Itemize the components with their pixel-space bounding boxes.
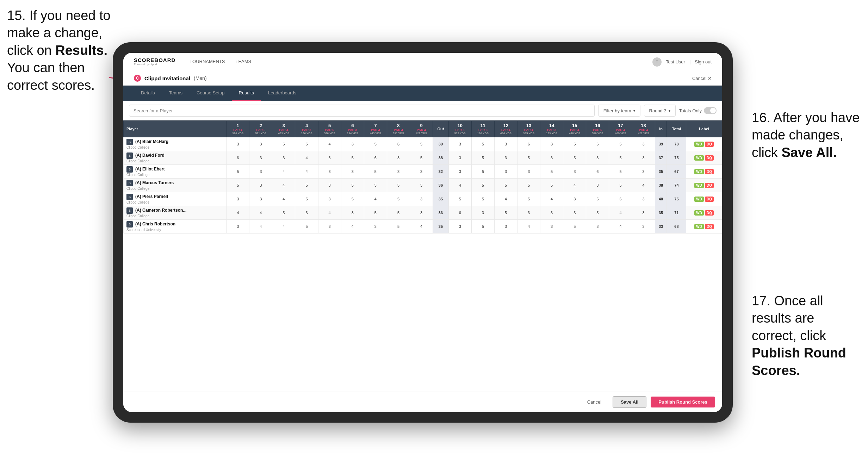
score-back-5-2[interactable]: 5 — [494, 206, 517, 220]
score-back-0-8[interactable]: 3 — [632, 137, 655, 151]
score-back-3-6[interactable]: 3 — [586, 179, 609, 192]
score-back-4-0[interactable]: 5 — [448, 192, 471, 206]
score-front-1-5[interactable]: 5 — [341, 151, 364, 165]
score-back-6-8[interactable]: 3 — [632, 220, 655, 234]
score-front-6-7[interactable]: 5 — [387, 220, 410, 234]
score-back-2-8[interactable]: 3 — [632, 165, 655, 179]
score-front-3-5[interactable]: 5 — [341, 179, 364, 192]
score-front-4-5[interactable]: 5 — [341, 192, 364, 206]
label-dq-6[interactable]: DQ — [705, 224, 714, 229]
score-front-3-8[interactable]: 3 — [410, 179, 433, 192]
score-front-4-3[interactable]: 5 — [295, 192, 318, 206]
score-front-4-6[interactable]: 4 — [364, 192, 387, 206]
score-back-2-0[interactable]: 3 — [448, 165, 471, 179]
score-front-2-4[interactable]: 3 — [318, 165, 341, 179]
tab-leaderboards[interactable]: Leaderboards — [261, 86, 303, 101]
score-front-1-6[interactable]: 6 — [364, 151, 387, 165]
score-back-4-4[interactable]: 4 — [540, 192, 563, 206]
score-back-2-4[interactable]: 5 — [540, 165, 563, 179]
score-back-6-4[interactable]: 3 — [540, 220, 563, 234]
score-front-6-5[interactable]: 4 — [341, 220, 364, 234]
score-front-0-7[interactable]: 6 — [387, 137, 410, 151]
score-front-0-6[interactable]: 5 — [364, 137, 387, 151]
score-front-6-4[interactable]: 3 — [318, 220, 341, 234]
score-back-6-3[interactable]: 4 — [517, 220, 540, 234]
score-front-4-1[interactable]: 3 — [249, 192, 272, 206]
score-front-4-0[interactable]: 3 — [227, 192, 249, 206]
score-back-3-0[interactable]: 4 — [448, 179, 471, 192]
score-front-0-2[interactable]: 5 — [272, 137, 295, 151]
score-front-1-7[interactable]: 3 — [387, 151, 410, 165]
score-front-2-1[interactable]: 3 — [249, 165, 272, 179]
score-front-2-6[interactable]: 5 — [364, 165, 387, 179]
sign-out-link[interactable]: Sign out — [695, 59, 712, 64]
score-front-3-2[interactable]: 4 — [272, 179, 295, 192]
score-back-5-5[interactable]: 3 — [563, 206, 586, 220]
tab-results[interactable]: Results — [232, 86, 261, 101]
score-front-2-3[interactable]: 4 — [295, 165, 318, 179]
score-back-3-7[interactable]: 5 — [609, 179, 632, 192]
label-dq-1[interactable]: DQ — [705, 155, 714, 161]
score-back-5-6[interactable]: 5 — [586, 206, 609, 220]
tab-course-setup[interactable]: Course Setup — [190, 86, 232, 101]
score-back-0-2[interactable]: 3 — [494, 137, 517, 151]
score-back-4-8[interactable]: 3 — [632, 192, 655, 206]
score-front-4-8[interactable]: 3 — [410, 192, 433, 206]
filter-team-button[interactable]: Filter by team — [598, 105, 640, 117]
save-all-button[interactable]: Save All — [613, 396, 646, 408]
score-back-2-7[interactable]: 5 — [609, 165, 632, 179]
nav-tournaments[interactable]: TOURNAMENTS — [190, 57, 225, 66]
score-back-6-2[interactable]: 3 — [494, 220, 517, 234]
score-front-1-2[interactable]: 3 — [272, 151, 295, 165]
score-back-4-3[interactable]: 5 — [517, 192, 540, 206]
score-back-5-8[interactable]: 3 — [632, 206, 655, 220]
score-back-4-2[interactable]: 4 — [494, 192, 517, 206]
score-back-3-8[interactable]: 4 — [632, 179, 655, 192]
score-back-2-5[interactable]: 3 — [563, 165, 586, 179]
score-back-1-3[interactable]: 5 — [517, 151, 540, 165]
score-back-4-5[interactable]: 3 — [563, 192, 586, 206]
label-dq-0[interactable]: DQ — [705, 142, 714, 147]
score-front-6-8[interactable]: 4 — [410, 220, 433, 234]
score-front-5-6[interactable]: 5 — [364, 206, 387, 220]
score-back-0-1[interactable]: 5 — [471, 137, 494, 151]
score-front-6-2[interactable]: 4 — [272, 220, 295, 234]
score-front-5-2[interactable]: 5 — [272, 206, 295, 220]
score-back-1-8[interactable]: 3 — [632, 151, 655, 165]
score-front-5-3[interactable]: 3 — [295, 206, 318, 220]
score-back-2-2[interactable]: 3 — [494, 165, 517, 179]
label-dq-4[interactable]: DQ — [705, 197, 714, 202]
score-back-0-7[interactable]: 5 — [609, 137, 632, 151]
label-wd-0[interactable]: WD — [694, 142, 704, 147]
score-back-3-1[interactable]: 5 — [471, 179, 494, 192]
tab-teams[interactable]: Teams — [162, 86, 190, 101]
score-back-0-6[interactable]: 6 — [586, 137, 609, 151]
score-back-1-5[interactable]: 5 — [563, 151, 586, 165]
score-front-1-4[interactable]: 3 — [318, 151, 341, 165]
score-back-1-6[interactable]: 3 — [586, 151, 609, 165]
score-front-4-7[interactable]: 5 — [387, 192, 410, 206]
score-back-3-5[interactable]: 4 — [563, 179, 586, 192]
score-back-1-1[interactable]: 5 — [471, 151, 494, 165]
score-back-6-0[interactable]: 3 — [448, 220, 471, 234]
score-back-6-7[interactable]: 4 — [609, 220, 632, 234]
score-front-0-4[interactable]: 4 — [318, 137, 341, 151]
score-front-0-8[interactable]: 5 — [410, 137, 433, 151]
score-front-5-4[interactable]: 4 — [318, 206, 341, 220]
score-front-1-1[interactable]: 3 — [249, 151, 272, 165]
score-back-0-3[interactable]: 6 — [517, 137, 540, 151]
score-back-3-2[interactable]: 5 — [494, 179, 517, 192]
label-wd-4[interactable]: WD — [694, 197, 704, 202]
score-front-3-4[interactable]: 3 — [318, 179, 341, 192]
score-back-1-2[interactable]: 3 — [494, 151, 517, 165]
score-back-5-0[interactable]: 6 — [448, 206, 471, 220]
score-front-2-0[interactable]: 5 — [227, 165, 249, 179]
score-front-2-5[interactable]: 3 — [341, 165, 364, 179]
score-front-0-1[interactable]: 3 — [249, 137, 272, 151]
score-front-6-3[interactable]: 5 — [295, 220, 318, 234]
score-front-3-0[interactable]: 5 — [227, 179, 249, 192]
score-front-4-4[interactable]: 3 — [318, 192, 341, 206]
publish-button[interactable]: Publish Round Scores — [651, 397, 715, 407]
score-back-6-1[interactable]: 5 — [471, 220, 494, 234]
totals-toggle-switch[interactable] — [704, 107, 717, 114]
